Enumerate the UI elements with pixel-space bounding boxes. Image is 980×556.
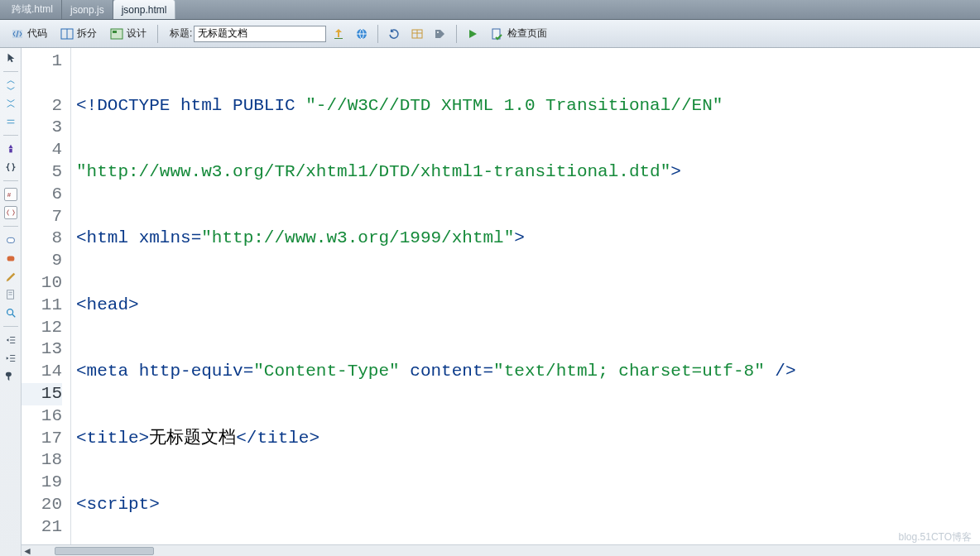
horizontal-scrollbar[interactable]: ◄ — [22, 544, 980, 556]
collapse-selection-icon[interactable] — [4, 115, 17, 128]
svg-point-8 — [437, 31, 439, 33]
line-number: 9 — [22, 250, 62, 272]
code-token: <!DOCTYPE html PUBLIC — [76, 96, 305, 115]
vertical-toolbar: # — [0, 48, 22, 556]
line-number: 2 — [22, 95, 62, 117]
svg-rect-3 — [113, 31, 117, 33]
format-icon[interactable] — [4, 370, 17, 383]
search-icon[interactable] — [4, 306, 17, 319]
toolbar-separator — [456, 25, 457, 43]
code-token: <head> — [76, 295, 139, 314]
tab-label: 跨域.html — [12, 2, 53, 17]
highlight-invalid-icon[interactable] — [4, 206, 17, 219]
upload-button[interactable] — [328, 23, 349, 45]
scroll-left-icon[interactable]: ◄ — [22, 545, 33, 557]
table-button[interactable] — [406, 23, 428, 45]
editor-area: # 1 2 3 4 5 6 7 8 9 10 11 12 13 14 15 16… — [0, 48, 980, 556]
scroll-thumb[interactable] — [55, 547, 154, 555]
line-number: 18 — [22, 449, 62, 472]
toolbar-separator — [157, 25, 158, 43]
cursor-tool-icon[interactable] — [4, 51, 17, 65]
code-token: </title> — [236, 429, 319, 448]
line-number: 4 — [22, 139, 62, 161]
code-token: 无标题文档 — [149, 429, 236, 448]
watermark-text: blog.51CTO博客 — [899, 530, 972, 544]
svg-rect-12 — [7, 237, 14, 242]
upload-icon — [332, 27, 345, 41]
code-view-label: 代码 — [27, 26, 47, 41]
globe-button[interactable] — [351, 23, 372, 45]
check-page-icon — [491, 27, 504, 41]
balance-braces-icon[interactable] — [4, 161, 17, 174]
line-number-wrap — [22, 73, 62, 95]
split-view-label: 拆分 — [77, 26, 97, 41]
line-number: 19 — [22, 472, 62, 494]
svg-rect-10 — [9, 149, 12, 152]
title-label: 标题: — [170, 26, 192, 41]
line-number-gutter: 1 2 3 4 5 6 7 8 9 10 11 12 13 14 15 16 1… — [22, 48, 71, 556]
svg-rect-13 — [7, 256, 14, 261]
syntax-error-icon[interactable] — [4, 233, 17, 247]
tab-jsonp-js[interactable]: jsonp.js — [62, 0, 113, 19]
check-page-button[interactable]: 检查页面 — [485, 23, 553, 45]
wrap-tag-icon[interactable] — [4, 270, 17, 283]
code-token: <meta — [76, 362, 139, 381]
line-number: 1 — [22, 50, 62, 73]
tab-crossdomain[interactable]: 跨域.html — [3, 0, 62, 19]
code-view-button[interactable]: 代码 — [5, 23, 53, 45]
code-token: http-equiv= — [139, 362, 254, 381]
tab-label: jsonp.js — [70, 4, 104, 16]
svg-text:#: # — [7, 191, 11, 199]
code-token: "Content-Type" — [253, 362, 399, 381]
code-token: "http://www.w3.org/1999/xhtml" — [201, 228, 514, 247]
toolbar: 代码 拆分 设计 标题: 检查页面 — [0, 20, 980, 48]
gutter-divider — [3, 71, 18, 72]
code-token: > — [670, 162, 681, 181]
split-view-button[interactable]: 拆分 — [55, 23, 103, 45]
reference-icon[interactable] — [4, 288, 17, 301]
line-number: 13 — [22, 338, 62, 361]
line-number: 14 — [22, 361, 62, 383]
gutter-divider — [3, 180, 18, 181]
code-icon — [11, 27, 24, 41]
recent-snippets-icon[interactable] — [4, 252, 17, 265]
line-number: 12 — [22, 317, 62, 339]
gutter-divider — [3, 326, 18, 327]
split-icon — [60, 27, 74, 41]
refresh-button[interactable] — [383, 23, 405, 45]
code-token: "http://www.w3.org/TR/xhtml1/DTD/xhtml1-… — [76, 162, 670, 181]
code-token: <html — [76, 228, 139, 247]
design-view-button[interactable]: 设计 — [104, 23, 152, 45]
expand-all-icon[interactable] — [4, 79, 17, 92]
title-input[interactable] — [194, 26, 326, 42]
code-editor[interactable]: <!DOCTYPE html PUBLIC "-//W3C//DTD XHTML… — [71, 48, 980, 556]
design-icon — [110, 27, 123, 41]
line-numbers-icon[interactable]: # — [4, 188, 17, 201]
line-number: 10 — [22, 272, 62, 295]
tag-inspector-button[interactable] — [430, 23, 451, 45]
check-page-label: 检查页面 — [507, 26, 547, 41]
preview-button[interactable] — [462, 23, 483, 45]
code-token: <script> — [76, 495, 160, 514]
line-number: 7 — [22, 206, 62, 228]
line-number: 5 — [22, 161, 62, 184]
line-number: 15 — [22, 383, 62, 405]
play-icon — [466, 27, 479, 41]
line-number: 17 — [22, 428, 62, 450]
code-token: content= — [400, 362, 493, 381]
indent-icon[interactable] — [4, 352, 17, 365]
line-number: 16 — [22, 405, 62, 428]
line-number: 21 — [22, 516, 62, 539]
code-token: <title> — [76, 429, 149, 448]
line-number: 8 — [22, 228, 62, 250]
select-parent-tag-icon[interactable] — [4, 142, 17, 156]
line-number: 3 — [22, 117, 62, 139]
toolbar-separator — [377, 25, 378, 43]
tab-jsonp-html[interactable]: jsonp.html — [113, 0, 176, 19]
code-token: "-//W3C//DTD XHTML 1.0 Transitional//EN" — [305, 96, 723, 115]
outdent-icon[interactable] — [4, 333, 17, 347]
collapse-all-icon[interactable] — [4, 97, 17, 110]
svg-line-18 — [12, 314, 15, 318]
design-view-label: 设计 — [127, 26, 147, 41]
code-token: > — [514, 228, 525, 247]
